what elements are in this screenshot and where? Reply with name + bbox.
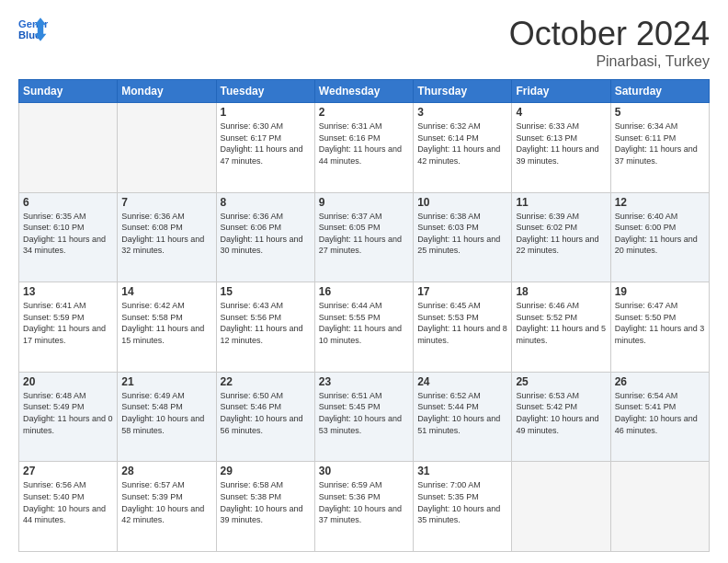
day-info: Sunrise: 6:50 AMSunset: 5:46 PMDaylight:… bbox=[221, 390, 311, 436]
col-wednesday: Wednesday bbox=[314, 80, 413, 103]
logo-icon: General Blue bbox=[18, 15, 48, 44]
calendar-week-row: 27Sunrise: 6:56 AMSunset: 5:40 PMDayligh… bbox=[19, 462, 710, 552]
day-info: Sunrise: 6:36 AMSunset: 6:08 PMDaylight:… bbox=[121, 211, 211, 257]
day-info: Sunrise: 6:49 AMSunset: 5:48 PMDaylight:… bbox=[121, 390, 211, 436]
month-title: October 2024 bbox=[509, 15, 710, 53]
day-number: 5 bbox=[615, 106, 705, 119]
day-info: Sunrise: 6:35 AMSunset: 6:10 PMDaylight:… bbox=[23, 211, 113, 257]
day-number: 1 bbox=[221, 106, 311, 119]
day-info: Sunrise: 6:31 AMSunset: 6:16 PMDaylight:… bbox=[319, 121, 409, 167]
day-number: 18 bbox=[516, 285, 606, 298]
day-number: 12 bbox=[615, 196, 705, 209]
day-number: 4 bbox=[516, 106, 606, 119]
day-number: 2 bbox=[319, 106, 409, 119]
day-info: Sunrise: 6:40 AMSunset: 6:00 PMDaylight:… bbox=[615, 211, 705, 257]
col-thursday: Thursday bbox=[414, 80, 512, 103]
day-number: 9 bbox=[319, 196, 409, 209]
day-number: 22 bbox=[221, 375, 311, 388]
day-info: Sunrise: 6:57 AMSunset: 5:39 PMDaylight:… bbox=[121, 479, 211, 525]
col-tuesday: Tuesday bbox=[216, 80, 314, 103]
day-info: Sunrise: 6:59 AMSunset: 5:36 PMDaylight:… bbox=[319, 479, 409, 525]
calendar-cell: 22Sunrise: 6:50 AMSunset: 5:46 PMDayligh… bbox=[216, 372, 314, 462]
day-info: Sunrise: 6:36 AMSunset: 6:06 PMDaylight:… bbox=[221, 211, 311, 257]
calendar-cell: 29Sunrise: 6:58 AMSunset: 5:38 PMDayligh… bbox=[216, 462, 314, 552]
col-monday: Monday bbox=[118, 80, 216, 103]
day-info: Sunrise: 6:30 AMSunset: 6:17 PMDaylight:… bbox=[221, 121, 311, 167]
calendar-cell bbox=[512, 462, 610, 552]
calendar-cell: 1Sunrise: 6:30 AMSunset: 6:17 PMDaylight… bbox=[216, 103, 314, 193]
day-number: 14 bbox=[121, 285, 211, 298]
calendar-week-row: 1Sunrise: 6:30 AMSunset: 6:17 PMDaylight… bbox=[19, 103, 710, 193]
calendar-cell: 17Sunrise: 6:45 AMSunset: 5:53 PMDayligh… bbox=[414, 282, 512, 373]
calendar-cell bbox=[610, 462, 709, 552]
day-number: 7 bbox=[121, 196, 211, 209]
day-info: Sunrise: 6:52 AMSunset: 5:44 PMDaylight:… bbox=[417, 390, 507, 436]
day-info: Sunrise: 6:33 AMSunset: 6:13 PMDaylight:… bbox=[516, 121, 606, 167]
day-number: 28 bbox=[121, 465, 211, 477]
day-info: Sunrise: 6:39 AMSunset: 6:02 PMDaylight:… bbox=[516, 211, 606, 257]
calendar-cell: 9Sunrise: 6:37 AMSunset: 6:05 PMDaylight… bbox=[314, 192, 413, 282]
calendar-cell: 2Sunrise: 6:31 AMSunset: 6:16 PMDaylight… bbox=[314, 103, 413, 193]
day-info: Sunrise: 6:46 AMSunset: 5:52 PMDaylight:… bbox=[516, 300, 606, 346]
calendar-cell: 20Sunrise: 6:48 AMSunset: 5:49 PMDayligh… bbox=[19, 372, 118, 462]
calendar-cell: 12Sunrise: 6:40 AMSunset: 6:00 PMDayligh… bbox=[610, 192, 709, 282]
calendar-cell: 19Sunrise: 6:47 AMSunset: 5:50 PMDayligh… bbox=[610, 282, 709, 373]
day-info: Sunrise: 6:51 AMSunset: 5:45 PMDaylight:… bbox=[319, 390, 409, 436]
calendar-cell: 31Sunrise: 7:00 AMSunset: 5:35 PMDayligh… bbox=[414, 462, 512, 552]
calendar-cell bbox=[118, 103, 216, 193]
calendar-cell: 8Sunrise: 6:36 AMSunset: 6:06 PMDaylight… bbox=[216, 192, 314, 282]
day-number: 31 bbox=[417, 465, 507, 477]
day-info: Sunrise: 6:43 AMSunset: 5:56 PMDaylight:… bbox=[221, 300, 311, 346]
calendar-week-row: 20Sunrise: 6:48 AMSunset: 5:49 PMDayligh… bbox=[19, 372, 710, 462]
col-sunday: Sunday bbox=[19, 80, 118, 103]
day-info: Sunrise: 6:38 AMSunset: 6:03 PMDaylight:… bbox=[417, 211, 507, 257]
day-info: Sunrise: 6:45 AMSunset: 5:53 PMDaylight:… bbox=[417, 300, 507, 346]
day-info: Sunrise: 6:47 AMSunset: 5:50 PMDaylight:… bbox=[615, 300, 705, 346]
day-number: 3 bbox=[417, 106, 507, 119]
calendar-cell: 24Sunrise: 6:52 AMSunset: 5:44 PMDayligh… bbox=[414, 372, 512, 462]
col-friday: Friday bbox=[512, 80, 610, 103]
calendar-cell: 11Sunrise: 6:39 AMSunset: 6:02 PMDayligh… bbox=[512, 192, 610, 282]
calendar-week-row: 13Sunrise: 6:41 AMSunset: 5:59 PMDayligh… bbox=[19, 282, 710, 373]
day-number: 29 bbox=[221, 465, 311, 477]
calendar-cell: 7Sunrise: 6:36 AMSunset: 6:08 PMDaylight… bbox=[118, 192, 216, 282]
calendar-cell: 28Sunrise: 6:57 AMSunset: 5:39 PMDayligh… bbox=[118, 462, 216, 552]
day-number: 24 bbox=[417, 375, 507, 388]
location-subtitle: Pinarbasi, Turkey bbox=[509, 53, 710, 70]
calendar-cell: 16Sunrise: 6:44 AMSunset: 5:55 PMDayligh… bbox=[314, 282, 413, 373]
day-info: Sunrise: 7:00 AMSunset: 5:35 PMDaylight:… bbox=[417, 479, 507, 525]
calendar-cell: 14Sunrise: 6:42 AMSunset: 5:58 PMDayligh… bbox=[118, 282, 216, 373]
day-number: 21 bbox=[121, 375, 211, 388]
calendar-cell: 27Sunrise: 6:56 AMSunset: 5:40 PMDayligh… bbox=[19, 462, 118, 552]
title-block: October 2024 Pinarbasi, Turkey bbox=[509, 15, 710, 70]
calendar-cell: 15Sunrise: 6:43 AMSunset: 5:56 PMDayligh… bbox=[216, 282, 314, 373]
day-info: Sunrise: 6:53 AMSunset: 5:42 PMDaylight:… bbox=[516, 390, 606, 436]
day-number: 8 bbox=[221, 196, 311, 209]
day-number: 30 bbox=[319, 465, 409, 477]
calendar-cell: 5Sunrise: 6:34 AMSunset: 6:11 PMDaylight… bbox=[610, 103, 709, 193]
calendar-cell: 4Sunrise: 6:33 AMSunset: 6:13 PMDaylight… bbox=[512, 103, 610, 193]
day-number: 19 bbox=[615, 285, 705, 298]
logo: General Blue bbox=[18, 15, 48, 44]
day-number: 10 bbox=[417, 196, 507, 209]
day-number: 13 bbox=[23, 285, 113, 298]
calendar-cell: 3Sunrise: 6:32 AMSunset: 6:14 PMDaylight… bbox=[414, 103, 512, 193]
day-number: 25 bbox=[516, 375, 606, 388]
calendar-cell: 26Sunrise: 6:54 AMSunset: 5:41 PMDayligh… bbox=[610, 372, 709, 462]
calendar-cell: 21Sunrise: 6:49 AMSunset: 5:48 PMDayligh… bbox=[118, 372, 216, 462]
calendar-cell bbox=[19, 103, 118, 193]
day-number: 17 bbox=[417, 285, 507, 298]
day-info: Sunrise: 6:41 AMSunset: 5:59 PMDaylight:… bbox=[23, 300, 113, 346]
calendar-cell: 18Sunrise: 6:46 AMSunset: 5:52 PMDayligh… bbox=[512, 282, 610, 373]
day-number: 23 bbox=[319, 375, 409, 388]
header: General Blue October 2024 Pinarbasi, Tur… bbox=[18, 15, 710, 70]
col-saturday: Saturday bbox=[610, 80, 709, 103]
calendar-cell: 6Sunrise: 6:35 AMSunset: 6:10 PMDaylight… bbox=[19, 192, 118, 282]
day-number: 27 bbox=[23, 465, 113, 477]
day-info: Sunrise: 6:44 AMSunset: 5:55 PMDaylight:… bbox=[319, 300, 409, 346]
day-number: 20 bbox=[23, 375, 113, 388]
calendar-cell: 10Sunrise: 6:38 AMSunset: 6:03 PMDayligh… bbox=[414, 192, 512, 282]
day-info: Sunrise: 6:32 AMSunset: 6:14 PMDaylight:… bbox=[417, 121, 507, 167]
calendar-week-row: 6Sunrise: 6:35 AMSunset: 6:10 PMDaylight… bbox=[19, 192, 710, 282]
calendar-cell: 30Sunrise: 6:59 AMSunset: 5:36 PMDayligh… bbox=[314, 462, 413, 552]
